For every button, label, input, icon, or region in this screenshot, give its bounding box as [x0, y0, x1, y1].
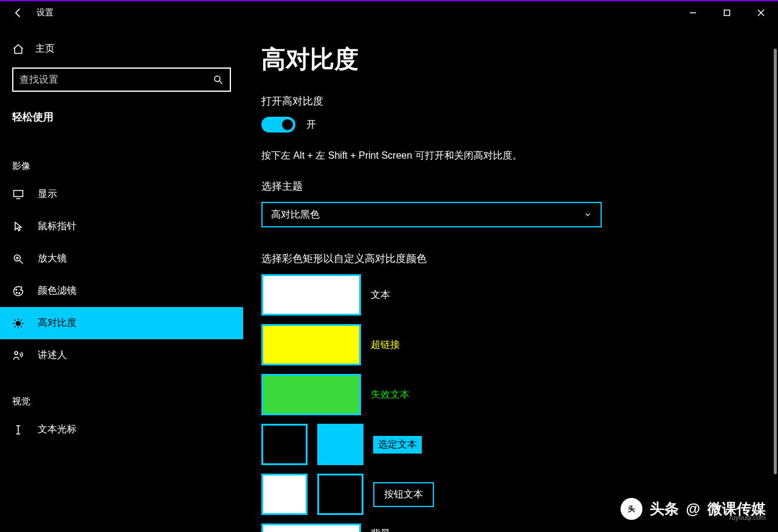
theme-label: 选择主题 — [261, 179, 760, 193]
pointer-icon — [12, 221, 24, 233]
back-button[interactable] — [0, 1, 36, 24]
search-box[interactable] — [12, 67, 231, 92]
title-bar: 设置 — [0, 1, 778, 24]
swatch-disabled[interactable] — [261, 374, 361, 415]
sidebar-item-magnifier[interactable]: 放大镜 — [0, 243, 243, 275]
settings-window: 设置 主页 轻松使用 — [0, 0, 778, 532]
toggle-knob — [282, 119, 293, 130]
sun-icon — [12, 317, 24, 330]
sidebar-item-highcontrast[interactable]: 高对比度 — [0, 307, 243, 339]
arrow-left-icon — [12, 7, 24, 19]
swatch-label-background: 背景 — [371, 528, 390, 533]
svg-line-5 — [219, 81, 222, 84]
close-icon — [757, 9, 765, 16]
zoom-icon — [12, 253, 24, 265]
toggle-label: 打开高对比度 — [261, 94, 760, 108]
palette-icon — [12, 285, 24, 297]
home-link[interactable]: 主页 — [0, 24, 243, 67]
sidebar-item-label: 讲述人 — [38, 349, 67, 362]
swatch-label-hyperlink: 超链接 — [371, 339, 400, 351]
watermark-sub: ruyouqi.com — [729, 514, 766, 521]
swatch-button-fg[interactable] — [261, 474, 308, 515]
body: 主页 轻松使用 影像 显示 鼠标指针 放大镜 — [0, 24, 778, 532]
svg-line-21 — [21, 326, 22, 327]
maximize-button[interactable] — [710, 1, 744, 24]
svg-line-9 — [20, 260, 23, 263]
swatch-button-bg[interactable] — [317, 474, 363, 515]
watermark-prefix: 头条 — [650, 499, 679, 519]
swatch-selected-bg[interactable] — [317, 424, 363, 465]
sidebar-item-textcursor[interactable]: 文本光标 — [0, 413, 243, 446]
minimize-icon — [689, 9, 697, 16]
swatch-label-selected: 选定文本 — [373, 436, 422, 454]
group-label-visual: 视觉 — [0, 371, 243, 413]
shortcut-hint: 按下左 Alt + 左 Shift + Print Screen 可打开和关闭高… — [261, 150, 760, 162]
svg-point-15 — [16, 321, 21, 325]
text-cursor-icon — [12, 424, 24, 436]
sidebar-item-colorfilter[interactable]: 颜色滤镜 — [0, 275, 243, 307]
theme-select[interactable]: 高对比黑色 — [261, 202, 602, 227]
scrollbar-track[interactable] — [769, 24, 778, 532]
swatch-section-label: 选择彩色矩形以自定义高对比度颜色 — [261, 252, 760, 266]
minimize-button[interactable] — [676, 1, 710, 24]
sidebar-item-label: 鼠标指针 — [38, 220, 77, 233]
narrator-icon — [12, 350, 24, 362]
sidebar-item-display[interactable]: 显示 — [0, 178, 243, 210]
sidebar-item-label: 显示 — [38, 188, 57, 201]
chevron-down-icon — [584, 210, 592, 219]
watermark: 头 头条 @ 微课传媒 ruyouqi.com — [621, 498, 766, 520]
sidebar-item-narrator[interactable]: 讲述人 — [0, 339, 243, 371]
sidebar-item-cursor[interactable]: 鼠标指针 — [0, 210, 243, 243]
svg-rect-1 — [725, 10, 730, 16]
color-row-selected: 选定文本 — [261, 424, 760, 465]
watermark-logo-icon: 头 — [621, 498, 642, 520]
swatch-background[interactable] — [261, 523, 361, 532]
sidebar-item-label: 高对比度 — [38, 317, 77, 330]
swatch-label-button: 按钮文本 — [373, 482, 434, 507]
caption-controls — [676, 1, 778, 24]
color-row-background: 背景 — [261, 523, 760, 532]
svg-rect-6 — [14, 190, 23, 196]
maximize-icon — [723, 9, 731, 16]
close-button[interactable] — [744, 1, 778, 24]
search-wrap — [0, 67, 243, 104]
svg-point-13 — [16, 292, 18, 293]
toggle-row: 开 — [261, 117, 760, 133]
sidebar: 主页 轻松使用 影像 显示 鼠标指针 放大镜 — [0, 24, 243, 532]
svg-line-22 — [15, 326, 16, 327]
content-area: 高对比度 打开高对比度 开 按下左 Alt + 左 Shift + Print … — [243, 24, 778, 532]
high-contrast-toggle[interactable] — [261, 117, 295, 133]
swatch-selected-fg[interactable] — [261, 424, 308, 465]
color-row-text: 文本 — [261, 274, 760, 316]
window-title: 设置 — [36, 7, 53, 18]
scrollbar-thumb[interactable] — [774, 49, 777, 474]
sidebar-item-label: 颜色滤镜 — [38, 285, 77, 297]
search-input[interactable] — [19, 74, 213, 85]
swatch-hyperlink[interactable] — [261, 324, 361, 365]
home-icon — [12, 43, 24, 55]
theme-selected-value: 高对比黑色 — [271, 209, 320, 221]
monitor-icon — [12, 188, 24, 201]
svg-point-14 — [19, 292, 20, 294]
svg-line-20 — [15, 319, 16, 320]
toggle-state-text: 开 — [306, 119, 316, 131]
sidebar-item-label: 放大镜 — [38, 252, 67, 265]
color-row-disabled: 失效文本 — [261, 374, 760, 415]
color-row-hyperlink: 超链接 — [261, 324, 760, 365]
svg-point-12 — [16, 289, 17, 290]
watermark-at: @ — [686, 500, 700, 517]
svg-point-4 — [215, 76, 220, 81]
group-label-vision: 影像 — [0, 136, 243, 178]
page-title: 高对比度 — [261, 43, 760, 76]
svg-point-24 — [15, 351, 18, 354]
svg-line-23 — [21, 319, 22, 320]
search-icon — [213, 74, 224, 85]
swatch-label-text: 文本 — [371, 289, 390, 302]
category-label: 轻松使用 — [0, 104, 243, 136]
sidebar-item-label: 文本光标 — [38, 423, 77, 436]
swatch-label-disabled: 失效文本 — [371, 389, 410, 401]
swatch-text[interactable] — [261, 274, 361, 316]
home-label: 主页 — [35, 43, 55, 55]
